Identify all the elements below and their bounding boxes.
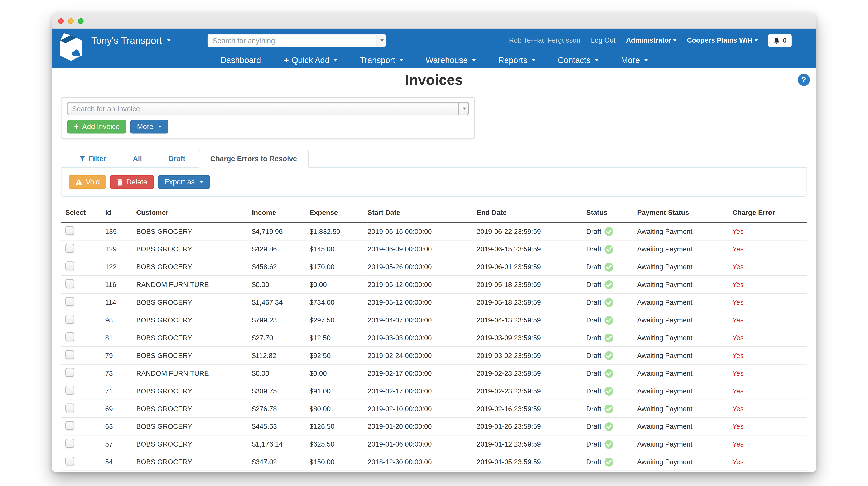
global-search-select[interactable]: Search for anything! [208, 34, 386, 47]
row-checkbox[interactable] [65, 421, 74, 430]
row-checkbox[interactable] [65, 350, 74, 359]
more-button[interactable]: More [130, 120, 168, 134]
row-id: 135 [105, 222, 136, 240]
chevron-down-icon[interactable] [458, 103, 468, 115]
invoice-row: 114BOBS GROCERY$1,467.34$734.002019-05-1… [61, 293, 807, 311]
export-as-button[interactable]: Export as [158, 175, 210, 189]
row-checkbox[interactable] [65, 297, 74, 306]
fullscreen-button[interactable] [78, 18, 84, 24]
row-customer: BOBS GROCERY [136, 435, 252, 453]
nav-quick-add[interactable]: +Quick Add [284, 55, 337, 65]
chevron-down-icon [334, 59, 337, 61]
row-expense: $12.50 [309, 329, 368, 347]
row-select-cell [61, 311, 105, 329]
delete-button[interactable]: Delete [111, 175, 154, 189]
role-menu[interactable]: Administrator [626, 36, 676, 44]
tab-filter[interactable]: Filter [66, 150, 120, 167]
tab-draft[interactable]: Draft [155, 150, 199, 167]
row-end-date: 2018-11-24 23:59:59 [476, 471, 586, 472]
row-income: $445.63 [252, 418, 309, 435]
check-circle-icon [604, 245, 613, 253]
row-select-cell [61, 364, 105, 382]
minimize-button[interactable] [68, 18, 74, 24]
row-expense: $92.50 [309, 346, 368, 364]
browser-window: Tony's Transport Search for anything! Ro… [52, 13, 816, 472]
row-checkbox[interactable] [65, 403, 74, 412]
row-charge-error: Yes [733, 222, 807, 240]
logout-link[interactable]: Log Out [591, 36, 616, 44]
invoice-search-placeholder: Search for an Invoice [68, 103, 458, 115]
nav-transport[interactable]: Transport [360, 55, 403, 65]
check-circle-icon [604, 227, 613, 236]
check-circle-icon [604, 387, 613, 395]
row-select-cell [61, 276, 105, 293]
add-invoice-button[interactable]: + Add Invoice [67, 120, 126, 134]
row-end-date: 2019-03-09 23:59:59 [476, 329, 586, 347]
row-income: $112.82 [252, 346, 309, 364]
check-circle-icon [604, 457, 613, 466]
user-menu[interactable]: Rob Te-Hau Fergusson [509, 36, 580, 44]
row-expense: $0.00 [309, 276, 368, 293]
row-status: Draft [586, 258, 637, 276]
row-charge-error: Yes [733, 471, 807, 472]
check-circle-icon [604, 422, 613, 431]
nav-dashboard[interactable]: Dashboard [220, 55, 261, 65]
nav-more[interactable]: More [621, 55, 648, 65]
row-expense: $775.00 [309, 471, 368, 472]
plus-icon: + [284, 56, 289, 64]
row-id: 69 [105, 400, 136, 418]
app-logo-icon[interactable] [56, 31, 86, 63]
check-circle-icon [604, 333, 613, 342]
chevron-down-icon[interactable] [376, 34, 386, 47]
row-income: $347.02 [252, 453, 309, 471]
nav-reports[interactable]: Reports [498, 55, 535, 65]
row-checkbox[interactable] [65, 457, 74, 465]
nav-contacts[interactable]: Contacts [558, 55, 598, 65]
row-payment-status: Awaiting Payment [637, 346, 733, 364]
chevron-down-icon [754, 39, 757, 41]
row-charge-error: Yes [733, 418, 807, 435]
row-payment-status: Awaiting Payment [637, 293, 733, 311]
row-charge-error: Yes [733, 364, 807, 382]
void-button[interactable]: Void [69, 175, 106, 189]
row-charge-error: Yes [733, 435, 807, 453]
chevron-down-icon [472, 59, 475, 61]
help-button[interactable]: ? [798, 74, 810, 86]
row-income: $0.00 [252, 276, 309, 293]
row-end-date: 2019-01-05 23:59:59 [476, 453, 586, 471]
check-circle-icon [604, 404, 613, 413]
row-id: 116 [105, 276, 136, 293]
row-checkbox[interactable] [65, 315, 74, 323]
row-select-cell [61, 453, 105, 471]
row-checkbox[interactable] [65, 226, 74, 235]
notifications-button[interactable]: 0 [768, 34, 792, 47]
invoice-search-select[interactable]: Search for an Invoice [67, 102, 469, 115]
row-payment-status: Awaiting Payment [637, 435, 733, 453]
warehouse-menu[interactable]: Coopers Plains W/H [687, 36, 757, 44]
col-customer: Customer [136, 203, 252, 222]
row-checkbox[interactable] [65, 439, 74, 448]
row-customer: BOBS GROCERY [136, 346, 252, 364]
row-checkbox[interactable] [65, 368, 74, 377]
col-select: Select [61, 203, 105, 222]
tab-all[interactable]: All [120, 150, 155, 167]
close-button[interactable] [58, 18, 64, 24]
row-status: Draft [586, 293, 637, 311]
row-checkbox[interactable] [65, 244, 74, 253]
row-end-date: 2019-05-18 23:59:59 [476, 293, 586, 311]
invoice-row: 71BOBS GROCERY$309.75$91.002019-02-17 00… [61, 382, 807, 400]
row-checkbox[interactable] [65, 386, 74, 395]
page-header: Invoices ? [61, 68, 807, 90]
row-customer: BOBS GROCERY [136, 240, 252, 258]
tab-charge-errors-to-resolve[interactable]: Charge Errors to Resolve [199, 149, 309, 168]
nav-warehouse[interactable]: Warehouse [426, 55, 475, 65]
row-end-date: 2019-02-23 23:59:59 [476, 364, 586, 382]
row-checkbox[interactable] [65, 261, 74, 270]
brand-menu[interactable]: Tony's Transport [91, 35, 170, 46]
page-title: Invoices [61, 72, 807, 88]
row-select-cell [61, 471, 105, 472]
row-income: $0.00 [252, 364, 309, 382]
row-checkbox[interactable] [65, 279, 74, 288]
row-checkbox[interactable] [65, 333, 74, 341]
row-expense: $91.00 [309, 382, 368, 400]
